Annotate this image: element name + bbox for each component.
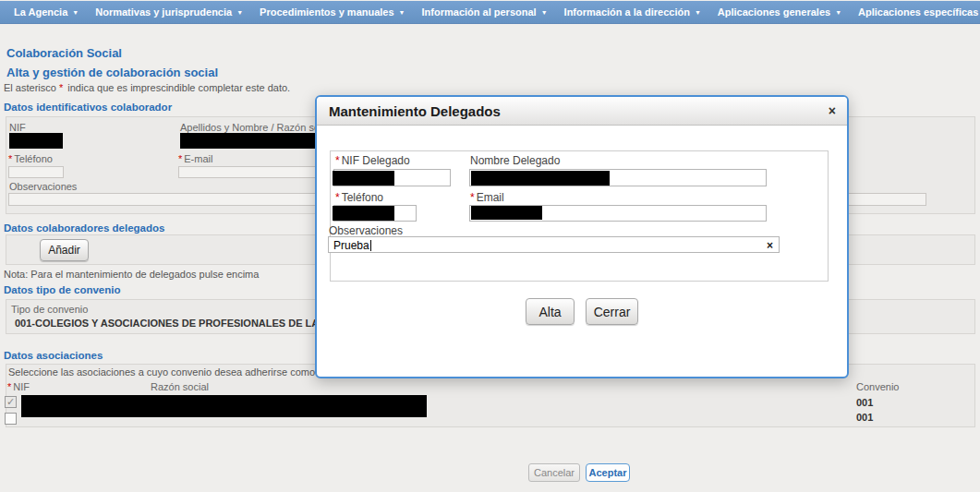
dialog-button-row: Alta Cerrar (317, 298, 847, 325)
dialog-title: Mantenimiento Delegados (317, 103, 501, 119)
column-header-nif-text: NIF (13, 381, 30, 392)
nav-item-normativas[interactable]: Normativas y jurisprudencia ▼ (90, 6, 254, 18)
caret-down-icon: ▼ (695, 9, 701, 16)
asociaciones-instruction: Seleccione las asociaciones a cuyo conve… (8, 366, 348, 378)
email-delegado-label: *Email (470, 191, 504, 204)
observaciones-delegado-label: Observaciones (329, 224, 403, 237)
nav-item-label: La Agencia (14, 6, 67, 18)
delegados-note: Nota: Para el mantenimiento de delegados… (4, 269, 259, 280)
aceptar-button[interactable]: Aceptar (586, 463, 630, 482)
nav-item-label: Información al personal (422, 6, 537, 18)
nav-item-la-agencia[interactable]: La Agencia ▼ (8, 6, 90, 18)
email-delegado-label-text: Email (477, 191, 504, 204)
telefono-input[interactable] (8, 166, 64, 178)
caret-down-icon: ▼ (541, 9, 548, 16)
redacted-telefono-delegado (333, 206, 394, 221)
mantenimiento-delegados-dialog: Mantenimiento Delegados × *NIF Delegado … (315, 95, 849, 378)
check-icon: ✓ (6, 396, 15, 407)
nav-item-info-direccion[interactable]: Información a la dirección ▼ (559, 6, 712, 18)
section-heading-asociaciones: Datos asociaciones (4, 350, 103, 361)
redacted-asociaciones-values (21, 395, 427, 417)
tipo-convenio-value: 001-COLEGIOS Y ASOCIACIONES DE PROFESION… (15, 318, 349, 329)
email-label: *E-mail (178, 153, 212, 164)
redacted-nif-value (9, 133, 63, 149)
asterisk-marker: * (335, 154, 340, 167)
nif-delegado-label-text: NIF Delegado (342, 154, 410, 167)
required-note-suffix: indica que es imprescindible completar e… (67, 82, 290, 93)
required-note-prefix: El asterisco (4, 82, 56, 93)
dialog-titlebar: Mantenimiento Delegados × (317, 97, 847, 126)
alta-button[interactable]: Alta (526, 298, 575, 325)
asterisk-marker: * (8, 153, 12, 164)
nav-item-label: Información a la dirección (564, 6, 690, 18)
required-note: El asterisco * indica que es imprescindi… (4, 82, 290, 93)
observaciones-delegado-value: Prueba (333, 239, 371, 252)
nif-label: NIF (9, 122, 26, 133)
column-header-convenio: Convenio (856, 381, 899, 392)
observaciones-text: Prueba (333, 239, 369, 252)
nav-item-aplicaciones-especificas[interactable]: Aplicaciones específicas ▼ (853, 6, 980, 18)
telefono-delegado-label-text: Teléfono (342, 191, 383, 204)
section-heading-delegados: Datos colaboradores delegados (4, 222, 164, 234)
caret-down-icon: ▼ (236, 9, 243, 16)
application-window: La Agencia ▼ Normativas y jurisprudencia… (0, 0, 980, 492)
nav-item-procedimientos[interactable]: Procedimientos y manuales ▼ (254, 6, 416, 18)
column-header-nif: *NIF (7, 381, 30, 392)
asterisk-marker: * (178, 153, 182, 164)
nombre-delegado-label: Nombre Delegado (470, 154, 560, 167)
nav-item-label: Procedimientos y manuales (260, 6, 394, 18)
text-cursor (370, 240, 371, 251)
page-subtitle: Alta y gestión de colaboración social (6, 66, 218, 79)
telefono-label-text: Teléfono (14, 153, 53, 164)
column-header-razon-social: Razón social (151, 381, 209, 392)
cerrar-button[interactable]: Cerrar (586, 298, 638, 325)
anadir-button[interactable]: Añadir (40, 239, 89, 261)
nif-delegado-label: *NIF Delegado (335, 154, 410, 167)
nav-item-aplicaciones-generales[interactable]: Aplicaciones generales ▼ (712, 6, 853, 18)
asterisk-marker: * (470, 191, 475, 204)
email-label-text: E-mail (184, 153, 212, 164)
caret-down-icon: ▼ (72, 9, 79, 16)
telefono-label: *Teléfono (8, 153, 53, 164)
redacted-nombre-delegado (471, 171, 610, 186)
telefono-delegado-label: *Teléfono (335, 191, 383, 204)
nav-item-info-personal[interactable]: Información al personal ▼ (417, 6, 559, 18)
asterisk-marker: * (7, 381, 11, 392)
asterisk-marker: * (59, 82, 63, 93)
redacted-email-delegado (471, 206, 542, 220)
section-heading-identificativos: Datos identificativos colaborador (4, 102, 172, 113)
cancelar-button[interactable]: Cancelar (528, 463, 580, 482)
observaciones-delegado-input[interactable]: Prueba × (328, 236, 780, 253)
top-navbar: La Agencia ▼ Normativas y jurisprudencia… (0, 1, 980, 24)
nav-item-label: Aplicaciones específicas (858, 6, 978, 18)
observaciones-label: Observaciones (9, 181, 77, 192)
nav-item-label: Normativas y jurisprudencia (95, 6, 232, 18)
convenio-value-row1: 001 (856, 397, 873, 408)
clear-icon[interactable]: × (767, 239, 773, 252)
asociacion-row2-checkbox[interactable] (5, 413, 17, 425)
close-icon[interactable]: × (829, 103, 847, 118)
page-title: Colaboración Social (6, 46, 122, 60)
caret-down-icon: ▼ (835, 9, 841, 16)
redacted-nif-delegado (333, 171, 394, 186)
asterisk-marker: * (335, 191, 340, 204)
tipo-convenio-label: Tipo de convenio (11, 304, 88, 315)
caret-down-icon: ▼ (399, 9, 405, 16)
section-heading-convenio: Datos tipo de convenio (4, 284, 121, 295)
apellidos-label: Apellidos y Nombre / Razón social (180, 122, 335, 133)
convenio-value-row2: 001 (856, 412, 873, 423)
asociacion-row1-checkbox[interactable]: ✓ (5, 396, 17, 408)
nav-item-label: Aplicaciones generales (718, 6, 830, 18)
